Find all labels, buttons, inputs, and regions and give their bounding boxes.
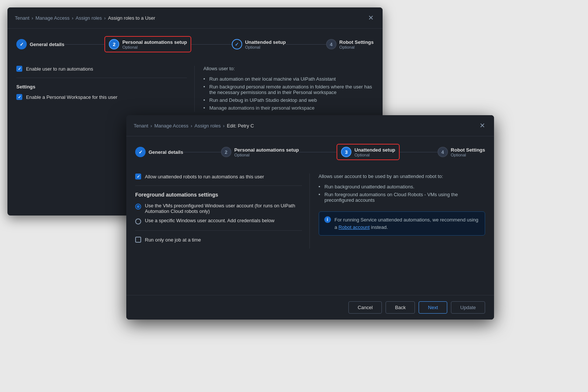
- fg-one-job-checkbox[interactable]: [135, 237, 141, 243]
- bg-step-1-circle: ✓: [16, 39, 27, 49]
- breadcrumb-current: Assign roles to a User: [108, 15, 155, 21]
- fg-update-button[interactable]: Update: [451, 301, 485, 314]
- fg-step-2-title: Personal automations setup: [234, 147, 299, 153]
- fg-checkmark-icon: ✓: [137, 174, 140, 179]
- fg-step-3-circle: 3: [341, 147, 351, 157]
- fg-sep-2: ›: [191, 123, 192, 129]
- fg-divider-1: [135, 185, 302, 186]
- bg-close-button[interactable]: ✕: [366, 13, 375, 22]
- bg-step-2-info: Personal automations setup Optional: [122, 39, 187, 49]
- fg-info-icon: i: [324, 216, 331, 223]
- fg-content-right: Allows user account to be used by an una…: [310, 174, 485, 249]
- fg-radio-1-label: Use the VMs preconfigured Windows user a…: [145, 203, 302, 214]
- fg-sep-3: ›: [223, 123, 224, 129]
- bg-enable-automations-checkbox[interactable]: ✓: [16, 66, 22, 72]
- breadcrumb-sep-2: ›: [72, 15, 73, 21]
- fg-step-2-subtitle: Optional: [234, 153, 299, 157]
- fg-one-job-row[interactable]: Run only one job at a time: [135, 237, 302, 243]
- breadcrumb-assign: Assign roles: [76, 15, 102, 21]
- bg-step-3-subtitle: Optional: [245, 45, 286, 49]
- bg-breadcrumb: Tenant › Manage Access › Assign roles › …: [15, 15, 366, 21]
- bg-enable-automations-row[interactable]: ✓ Enable user to run automations: [16, 66, 187, 72]
- breadcrumb-sep-1: ›: [32, 15, 33, 21]
- bg-step-2-title: Personal automations setup: [122, 39, 187, 45]
- bg-step-3-info: Unattended setup Optional: [245, 39, 286, 49]
- fg-content-left: ✓ Allow unattended robots to run automat…: [135, 174, 310, 249]
- bg-content: ✓ Enable user to run automations Setting…: [7, 58, 383, 119]
- bg-bullet-4: Manage automations in their personal wor…: [204, 104, 374, 112]
- bg-content-left: ✓ Enable user to run automations Setting…: [16, 66, 195, 112]
- fg-stepper: ✓ General details 2 Personal automations…: [126, 136, 494, 166]
- fg-step-3-info: Unattended setup Optional: [354, 147, 395, 157]
- bg-dialog-header: Tenant › Manage Access › Assign roles › …: [7, 7, 383, 29]
- fg-breadcrumb-assign: Assign roles: [195, 123, 221, 129]
- bg-workspace-label: Enable a Personal Workspace for this use…: [26, 94, 117, 100]
- fg-connector-1: [183, 152, 221, 152]
- bg-step-2-circle: 2: [109, 39, 119, 49]
- fg-sep-1: ›: [150, 123, 152, 129]
- bg-connector-1: [64, 44, 104, 45]
- fg-cancel-button[interactable]: Cancel: [348, 301, 382, 314]
- fg-bullet-list: Run background unattended automations. R…: [319, 183, 485, 204]
- fg-breadcrumb-manage: Manage Access: [154, 123, 188, 129]
- checkmark-icon: ✓: [18, 67, 21, 71]
- fg-step-4: 4 Robot Settings Optional: [438, 147, 485, 157]
- bg-step-4-circle: 4: [326, 39, 337, 49]
- bg-step-1: ✓ General details: [16, 39, 64, 49]
- fg-breadcrumb-current: Edit: Petry C: [227, 123, 254, 129]
- bg-step-4: 4 Robot Settings Optional: [326, 39, 374, 49]
- fg-robot-account-link[interactable]: Robot account: [338, 224, 370, 230]
- bg-connector-2: [191, 44, 231, 45]
- bg-workspace-checkbox[interactable]: ✓: [16, 94, 22, 100]
- fg-step-3: 3 Unattended setup Optional: [337, 144, 400, 160]
- fg-radio-1-inner: [137, 205, 140, 208]
- fg-info-text: For running Service unattended automatio…: [335, 216, 480, 231]
- fg-step-1-title: General details: [149, 149, 183, 155]
- bg-step-2: 2 Personal automations setup Optional: [104, 36, 191, 52]
- fg-radio-2-row[interactable]: Use a specific Windows user account. Add…: [135, 218, 302, 224]
- breadcrumb-manage: Manage Access: [35, 15, 69, 21]
- fg-connector-3: [400, 152, 437, 152]
- foreground-dialog: Tenant › Manage Access › Assign roles › …: [126, 115, 494, 320]
- breadcrumb-tenant: Tenant: [15, 15, 29, 21]
- fg-back-button[interactable]: Back: [386, 301, 415, 314]
- fg-step-2: 2 Personal automations setup Optional: [221, 147, 299, 157]
- fg-allow-robots-row[interactable]: ✓ Allow unattended robots to run automat…: [135, 174, 302, 179]
- bg-enable-automations-label: Enable user to run automations: [26, 66, 93, 72]
- bg-divider-1: [16, 78, 187, 78]
- fg-close-button[interactable]: ✕: [478, 121, 487, 130]
- fg-step-4-info: Robot Settings Optional: [451, 147, 485, 157]
- bg-step-2-subtitle: Optional: [122, 45, 187, 49]
- bg-connector-3: [286, 44, 326, 45]
- fg-radio-1-row[interactable]: Use the VMs preconfigured Windows user a…: [135, 203, 302, 214]
- fg-dialog-header: Tenant › Manage Access › Assign roles › …: [126, 115, 494, 136]
- fg-allow-robots-label: Allow unattended robots to run automatio…: [145, 174, 264, 179]
- fg-next-button[interactable]: Next: [419, 301, 447, 314]
- fg-info-box: i For running Service unattended automat…: [319, 211, 485, 236]
- fg-breadcrumb-tenant: Tenant: [134, 123, 148, 129]
- fg-radio-2[interactable]: [135, 218, 141, 224]
- fg-divider-2: [135, 230, 302, 231]
- fg-radio-2-label: Use a specific Windows user account. Add…: [145, 218, 274, 223]
- fg-foreground-title: Foreground automations settings: [135, 192, 302, 198]
- fg-radio-group: Use the VMs preconfigured Windows user a…: [135, 203, 302, 224]
- bg-step-1-info: General details: [30, 42, 64, 47]
- fg-allow-robots-checkbox[interactable]: ✓: [135, 174, 141, 179]
- fg-info-text-after: instead.: [370, 224, 388, 230]
- bg-content-right: Allows user to: Run automation on their …: [195, 66, 374, 112]
- bg-bullet-list: Run automation on their local machine vi…: [204, 75, 374, 112]
- fg-step-2-info: Personal automations setup Optional: [234, 147, 299, 157]
- bg-step-3-circle: ✓: [232, 39, 242, 49]
- bg-workspace-row[interactable]: ✓ Enable a Personal Workspace for this u…: [16, 94, 187, 100]
- fg-radio-1[interactable]: [135, 204, 141, 210]
- bg-settings-title: Settings: [16, 84, 187, 90]
- bg-step-4-info: Robot Settings Optional: [340, 39, 374, 49]
- bg-bullet-3: Run and Debug in UiPath Studio desktop a…: [204, 96, 374, 104]
- bg-bullet-1: Run automation on their local machine vi…: [204, 75, 374, 83]
- fg-content: ✓ Allow unattended robots to run automat…: [126, 166, 494, 275]
- fg-connector-2: [299, 152, 337, 152]
- fg-step-3-title: Unattended setup: [354, 147, 395, 153]
- fg-step-1: ✓ General details: [135, 147, 183, 157]
- fg-breadcrumb: Tenant › Manage Access › Assign roles › …: [134, 123, 478, 129]
- bg-allows-title: Allows user to:: [204, 66, 374, 71]
